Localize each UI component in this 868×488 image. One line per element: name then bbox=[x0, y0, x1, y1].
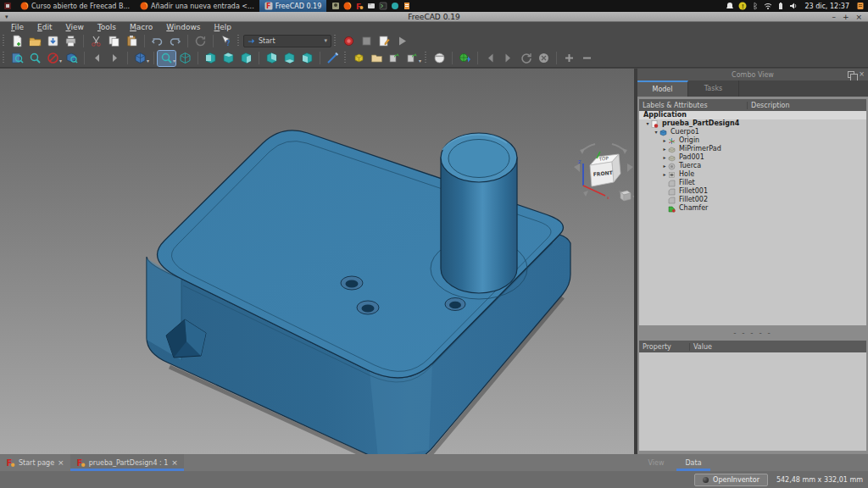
view-rear-icon[interactable] bbox=[263, 51, 281, 66]
close-button[interactable]: × bbox=[855, 13, 862, 21]
toolbar-handle[interactable] bbox=[334, 35, 337, 47]
tree-row-miprimerpad[interactable]: ▸ MiPrimerPad bbox=[639, 145, 866, 153]
paste-icon[interactable] bbox=[123, 33, 141, 48]
menu-view[interactable]: View bbox=[60, 22, 90, 32]
column-labels-attributes[interactable]: Labels & Attributes bbox=[639, 102, 748, 109]
app-menu-icon[interactable] bbox=[3, 2, 12, 10]
view-right-icon[interactable] bbox=[237, 51, 255, 66]
taskbar-window-firefox-1[interactable]: Curso abierto de Freecad B... bbox=[15, 0, 135, 12]
nav-forward-icon[interactable] bbox=[106, 51, 124, 66]
bluetooth-icon[interactable] bbox=[751, 2, 760, 10]
minimize-button[interactable]: – bbox=[832, 13, 836, 21]
menu-edit[interactable]: Edit bbox=[31, 22, 58, 32]
browser-back-icon[interactable] bbox=[481, 51, 499, 66]
wifi-icon[interactable] bbox=[764, 2, 772, 10]
tree-row-chamfer[interactable]: Chamfer bbox=[639, 204, 866, 213]
clipman-icon[interactable] bbox=[856, 2, 865, 10]
panel-section-splitter[interactable]: - - - - - bbox=[637, 325, 868, 341]
menu-help[interactable]: Help bbox=[209, 22, 238, 32]
new-document-icon[interactable] bbox=[8, 33, 26, 48]
save-icon[interactable] bbox=[44, 33, 62, 48]
toolbar-handle[interactable] bbox=[3, 52, 6, 64]
browser-refresh-icon[interactable] bbox=[517, 51, 535, 66]
part-box-icon[interactable] bbox=[350, 51, 368, 66]
view-front-icon[interactable] bbox=[202, 51, 220, 66]
toolbar-handle[interactable] bbox=[425, 52, 428, 64]
browser-forward-icon[interactable] bbox=[499, 51, 517, 66]
cut-icon[interactable] bbox=[87, 33, 105, 48]
float-panel-icon[interactable] bbox=[848, 71, 854, 78]
close-tab-icon[interactable]: × bbox=[58, 458, 64, 467]
macro-edit-icon[interactable] bbox=[376, 33, 393, 48]
zoom-out-icon[interactable] bbox=[578, 51, 596, 66]
web-browser-icon[interactable] bbox=[431, 51, 448, 66]
tree-row-hole[interactable]: ▸ Hole bbox=[639, 170, 866, 179]
window-menu-caret-icon[interactable]: ▾ bbox=[5, 14, 8, 20]
view-top-icon[interactable] bbox=[220, 51, 237, 66]
chevron-expanded-icon[interactable]: ▾ bbox=[644, 119, 651, 128]
tab-start-page[interactable]: F Start page × bbox=[0, 454, 70, 471]
toolbar-handle[interactable] bbox=[237, 35, 241, 47]
maximize-button[interactable]: + bbox=[843, 13, 849, 21]
tree-row-fillet001[interactable]: Fillet001 bbox=[639, 187, 866, 196]
fit-selection-icon[interactable] bbox=[26, 51, 44, 66]
taskbar-window-firefox-2[interactable]: Añadir una nueva entrada <... bbox=[135, 0, 259, 12]
tab-model[interactable]: Model bbox=[637, 80, 688, 97]
column-value[interactable]: Value bbox=[690, 343, 712, 351]
chevron-down-icon[interactable]: ▾ bbox=[419, 58, 421, 64]
menu-tools[interactable]: Tools bbox=[92, 22, 122, 32]
menu-file[interactable]: File bbox=[5, 22, 30, 32]
chevron-down-icon[interactable]: ▾ bbox=[147, 58, 149, 64]
toolbar-handle[interactable] bbox=[3, 35, 6, 47]
chevron-collapsed-icon[interactable]: ▸ bbox=[661, 170, 668, 179]
navigation-cube[interactable]: TOP FRONT Z x bbox=[571, 140, 637, 208]
undo-icon[interactable] bbox=[148, 33, 166, 48]
tree-row-document[interactable]: ▾ prueba_PartDesign4 bbox=[639, 119, 866, 128]
tab-data[interactable]: Data bbox=[675, 454, 712, 471]
tree-row-pad001[interactable]: ▸ Pad001 bbox=[639, 153, 866, 162]
macro-stop-icon[interactable] bbox=[358, 33, 376, 48]
terminal-icon[interactable] bbox=[379, 2, 387, 10]
open-folder-icon[interactable] bbox=[368, 51, 386, 66]
combo-view-titlebar[interactable]: Combo View × bbox=[637, 69, 868, 80]
whats-this-icon[interactable]: ? bbox=[217, 33, 235, 48]
nav-back-icon[interactable] bbox=[88, 51, 106, 66]
open-document-icon[interactable] bbox=[26, 33, 44, 48]
clock[interactable]: 23 dic, 12:37 bbox=[804, 3, 849, 10]
fit-all-icon[interactable] bbox=[8, 51, 26, 66]
tab-tasks[interactable]: Tasks bbox=[688, 80, 739, 97]
view-left-icon[interactable] bbox=[298, 51, 316, 66]
tree-row-origin[interactable]: ▸ Origin bbox=[639, 136, 866, 145]
window-titlebar[interactable]: FreeCAD 0.19 ▾ – + × bbox=[0, 12, 868, 22]
battery-icon[interactable] bbox=[776, 2, 785, 10]
3d-model[interactable] bbox=[0, 69, 634, 454]
chevron-down-icon[interactable]: ▾ bbox=[173, 58, 175, 64]
print-icon[interactable] bbox=[62, 33, 80, 48]
bell-icon[interactable] bbox=[726, 2, 734, 10]
tree-row-tuerca[interactable]: ▸ Tuerca bbox=[639, 162, 866, 170]
tree-row-fillet[interactable]: Fillet bbox=[639, 179, 866, 187]
tree-row-fillet002[interactable]: Fillet002 bbox=[639, 196, 866, 204]
column-property[interactable]: Property bbox=[639, 343, 690, 351]
openinventor-button[interactable]: OpenInventor bbox=[694, 474, 768, 486]
freecad-icon[interactable]: F bbox=[355, 2, 364, 10]
document-icon[interactable] bbox=[403, 2, 411, 10]
file-manager-icon[interactable] bbox=[367, 2, 376, 10]
zoom-in-icon[interactable] bbox=[560, 51, 578, 66]
close-tab-icon[interactable]: × bbox=[171, 458, 178, 467]
firefox-icon[interactable] bbox=[343, 2, 352, 10]
close-panel-icon[interactable]: × bbox=[859, 70, 865, 78]
browser-stop-icon[interactable] bbox=[535, 51, 553, 66]
3d-viewport[interactable]: TOP FRONT Z x bbox=[0, 69, 634, 454]
chevron-collapsed-icon[interactable]: ▸ bbox=[661, 153, 668, 162]
keepass-icon[interactable] bbox=[331, 2, 340, 10]
refresh-icon[interactable] bbox=[192, 33, 209, 48]
menu-macro[interactable]: Macro bbox=[124, 22, 159, 32]
column-description[interactable]: Description bbox=[748, 102, 790, 109]
chat-icon[interactable] bbox=[391, 2, 399, 10]
chevron-down-icon[interactable]: ▾ bbox=[59, 58, 62, 64]
updates-icon[interactable]: ! bbox=[738, 2, 747, 10]
export-icon[interactable] bbox=[386, 51, 403, 66]
copy-icon[interactable] bbox=[105, 33, 123, 48]
menu-windows[interactable]: Windows bbox=[160, 22, 206, 32]
